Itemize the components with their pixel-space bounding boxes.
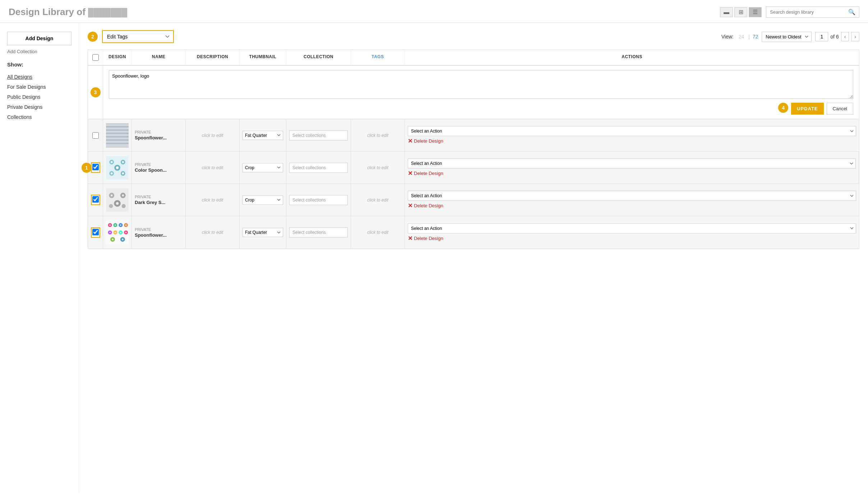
row-4-tags[interactable]: click to edit [367, 230, 388, 235]
update-button[interactable]: UPDATE [791, 103, 823, 115]
svg-point-20 [111, 194, 113, 196]
row-2-delete-button[interactable]: ✕ Delete Design [408, 170, 856, 177]
cancel-button[interactable]: Cancel [827, 103, 853, 115]
sidebar-item-for-sale[interactable]: For Sale Designs [7, 82, 71, 92]
add-design-button[interactable]: Add Design [7, 32, 71, 45]
row-1-tags[interactable]: click to edit [367, 133, 388, 138]
toolbar: 2 Edit Tags Edit Collections Delete Sele… [88, 30, 859, 43]
sidebar-item-all-designs[interactable]: All Designs [7, 72, 71, 82]
row-1-thumbnail-cell[interactable]: Fat Quarter Crop Fill Fit [240, 119, 286, 151]
sort-select[interactable]: Newest to Oldest Oldest to Newest Name A… [762, 32, 812, 42]
row-4-thumbnail-select[interactable]: Fat Quarter Crop Fill Fit [243, 228, 283, 237]
row-2-tags[interactable]: click to edit [367, 165, 388, 170]
row-1-checkbox[interactable] [92, 132, 99, 139]
row-4-actions-cell: Select an Action Promote Feature ✕ Delet… [405, 216, 859, 249]
row-1-collection-select[interactable]: Select collections [289, 130, 348, 140]
row-4-description[interactable]: click to edit [202, 230, 223, 235]
search-icon: 🔍 [848, 9, 855, 15]
row-4-tags-cell[interactable]: click to edit [351, 216, 405, 249]
add-collection-link[interactable]: Add Collection [7, 49, 71, 54]
row-4-action-select[interactable]: Select an Action Promote Feature [408, 223, 856, 233]
row-1-tags-cell[interactable]: click to edit [351, 119, 405, 151]
next-page-button[interactable]: › [851, 32, 859, 41]
svg-point-25 [109, 204, 113, 208]
delete-x-icon: ✕ [408, 170, 412, 177]
view-72-link[interactable]: 72 [753, 34, 758, 40]
row-2-private-label: PRIVATE [135, 162, 151, 167]
svg-point-43 [125, 232, 127, 233]
delete-x-icon: ✕ [408, 202, 412, 209]
row-4-description-cell[interactable]: click to edit [186, 216, 240, 249]
row-1-collection-cell[interactable]: Select collections [286, 119, 351, 151]
row-1-description-cell[interactable]: click to edit [186, 119, 240, 151]
row-4-checkbox-cell[interactable] [88, 216, 103, 249]
row-2-tags-cell[interactable]: click to edit [351, 152, 405, 184]
row-4-delete-button[interactable]: ✕ Delete Design [408, 235, 856, 242]
th-checkbox[interactable] [88, 50, 103, 65]
delete-x-icon: ✕ [408, 235, 412, 242]
svg-point-41 [120, 232, 121, 233]
row-2-collection-cell[interactable]: Select collections [286, 152, 351, 184]
row-1-description[interactable]: click to edit [202, 133, 223, 138]
svg-point-45 [112, 239, 114, 240]
row-3-thumbnail-select[interactable]: Fat Quarter Crop Fill Fit [243, 195, 283, 205]
svg-point-15 [122, 172, 124, 174]
list-view-button[interactable]: ☰ [749, 7, 762, 17]
sidebar-item-public[interactable]: Public Designs [7, 92, 71, 102]
svg-point-11 [122, 161, 124, 163]
row-3-tags-cell[interactable]: click to edit [351, 184, 405, 216]
toolbar-left: 2 Edit Tags Edit Collections Delete Sele… [88, 30, 174, 43]
row-1-private-label: PRIVATE [135, 130, 151, 134]
row-4-checkbox[interactable] [92, 229, 99, 235]
row-2-thumbnail-cell[interactable]: Fat Quarter Crop Fill Fit [240, 152, 286, 184]
step-2-badge: 2 [88, 32, 98, 42]
row-2-description[interactable]: click to edit [202, 165, 223, 170]
row-1-checkbox-cell[interactable] [88, 119, 103, 151]
row-4-thumbnail-cell[interactable]: Fat Quarter Crop Fill Fit [240, 216, 286, 249]
select-all-checkbox[interactable] [92, 54, 99, 61]
prev-page-button[interactable]: ‹ [841, 32, 849, 41]
single-view-button[interactable]: ▬ [720, 7, 733, 17]
row-1-delete-button[interactable]: ✕ Delete Design [408, 138, 856, 144]
search-input[interactable] [770, 9, 848, 15]
row-3-delete-button[interactable]: ✕ Delete Design [408, 202, 856, 209]
sidebar-item-private[interactable]: Private Designs [7, 102, 71, 112]
row-2-collection-select[interactable]: Select collections [289, 163, 348, 173]
row-2-thumbnail-select[interactable]: Fat Quarter Crop Fill Fit [243, 163, 283, 172]
main-content: 2 Edit Tags Edit Collections Delete Sele… [79, 23, 868, 493]
row-2-action-select[interactable]: Select an Action Promote Feature [408, 158, 856, 168]
row-3-thumbnail-cell[interactable]: Fat Quarter Crop Fill Fit [240, 184, 286, 216]
row-3-description-cell[interactable]: click to edit [186, 184, 240, 216]
row-3-action-select[interactable]: Select an Action Promote Feature [408, 191, 856, 201]
row-2-actions-cell: Select an Action Promote Feature ✕ Delet… [405, 152, 859, 184]
row-1-name-cell: PRIVATE Spoonflower... [132, 119, 186, 151]
row-3-collection-select[interactable]: Select collections [289, 195, 348, 205]
row-1-thumbnail-select[interactable]: Fat Quarter Crop Fill Fit [243, 131, 283, 140]
row-4-collection-select[interactable]: Select collections [289, 227, 348, 237]
grid-view-button[interactable]: ⊞ [734, 7, 747, 17]
page-total: of 6 [830, 34, 839, 40]
row-3-collection-cell[interactable]: Select collections [286, 184, 351, 216]
row-3-checkbox[interactable] [92, 196, 99, 203]
row-2-checkbox[interactable] [92, 164, 99, 170]
svg-point-47 [122, 239, 124, 240]
edit-tags-select[interactable]: Edit Tags Edit Collections Delete Select… [102, 30, 174, 43]
table-row: PRIVATE Dark Grey S... click to edit Fat… [88, 184, 859, 216]
row-1-actions-cell: Select an Action Promote Feature ✕ Delet… [405, 119, 859, 151]
row-4-collection-cell[interactable]: Select collections [286, 216, 351, 249]
sidebar-item-collections[interactable]: Collections [7, 112, 71, 122]
svg-point-17 [116, 166, 119, 169]
row-3-tags[interactable]: click to edit [367, 198, 388, 203]
tag-textarea[interactable]: Spoonflower, logo [109, 70, 853, 99]
row-3-description[interactable]: click to edit [202, 198, 223, 203]
view-icons: ▬ ⊞ ☰ [720, 7, 762, 17]
row-3-design-name: Dark Grey S... [135, 200, 165, 205]
row-2-description-cell[interactable]: click to edit [186, 152, 240, 184]
row-3-checkbox-cell[interactable] [88, 184, 103, 216]
page-input[interactable] [815, 32, 828, 41]
th-name: NAME [132, 50, 186, 65]
row-3-actions-cell: Select an Action Promote Feature ✕ Delet… [405, 184, 859, 216]
table-header: DESIGN NAME DESCRIPTION THUMBNAIL COLLEC… [88, 50, 859, 66]
step-1-badge: 1 [82, 163, 92, 173]
row-1-action-select[interactable]: Select an Action Promote Feature [408, 126, 856, 136]
